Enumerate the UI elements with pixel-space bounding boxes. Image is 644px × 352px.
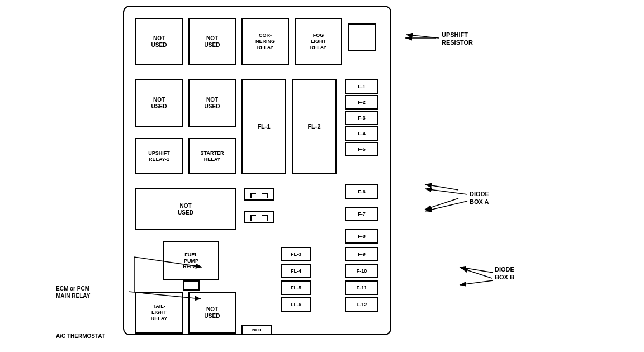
upshift-resistor-box: [348, 23, 376, 51]
starter-relay: STARTERRELAY: [188, 138, 236, 174]
fuel-pump-connector: [183, 280, 200, 291]
fuse-f11: F-11: [345, 280, 378, 295]
not-used-1: NOTUSED: [135, 18, 183, 65]
fuse-f7: F-7: [345, 207, 378, 221]
svg-line-10: [425, 201, 467, 211]
cornering-relay: COR-NERINGRELAY: [242, 18, 289, 65]
diode-connector-2: [244, 211, 274, 223]
fuse-fl3: FL-3: [281, 247, 311, 261]
fuse-fl6: FL-6: [281, 297, 311, 312]
fog-light-relay: FOGLIGHTRELAY: [295, 18, 342, 65]
fuse-fl4: FL-4: [281, 264, 311, 278]
svg-line-11: [460, 267, 493, 273]
svg-line-3: [425, 198, 458, 210]
diode-box-a-label: DIODEBOX A: [470, 190, 489, 206]
fuse-f8: F-8: [345, 229, 378, 244]
diode-connector-1: [244, 188, 274, 201]
fuse-f2: F-2: [345, 95, 378, 110]
fl2: FL-2: [292, 79, 337, 174]
not-used-6: NOTUSED: [188, 292, 236, 334]
not-used-3: NOTUSED: [135, 79, 183, 127]
ac-thermostat-label: A/C THERMOSTAT: [56, 332, 105, 340]
fuel-pump-relay: FUELPUMPRELAY: [163, 241, 219, 280]
fuse-f6: F-6: [345, 184, 378, 199]
svg-line-9: [425, 189, 467, 194]
svg-line-12: [460, 280, 493, 285]
taillight-relay: TAIL-LIGHTRELAY: [135, 292, 183, 334]
fuse-f12: F-12: [345, 297, 378, 312]
upshift-resistor-label: UPSHIFTRESISTOR: [442, 31, 473, 47]
fuse-f10: F-10: [345, 264, 378, 278]
ecm-pcm-label: ECM or PCMMAIN RELAY: [56, 285, 90, 299]
fuse-f5: F-5: [345, 142, 378, 156]
upshift-relay-1: UPSHIFTRELAY-1: [135, 138, 183, 174]
fuse-f4: F-4: [345, 126, 378, 141]
fuse-f9: F-9: [345, 247, 378, 261]
diode-box-b-label: DIODEBOX B: [495, 265, 514, 282]
svg-line-2: [425, 184, 458, 190]
fuse-f3: F-3: [345, 111, 378, 125]
not-used-5: NOTUSED: [135, 188, 236, 230]
fl1: FL-1: [242, 79, 286, 174]
svg-line-4: [461, 268, 492, 278]
not-used-4: NOTUSED: [188, 79, 236, 127]
fuse-f1: F-1: [345, 79, 378, 94]
fuse-fl5: FL-5: [281, 280, 311, 295]
fuse-box-main: NOTUSED NOTUSED COR-NERINGRELAY FOGLIGHT…: [123, 6, 391, 335]
svg-line-8: [406, 35, 439, 38]
not-bottom: NOT: [242, 325, 272, 335]
not-used-2: NOTUSED: [188, 18, 236, 65]
